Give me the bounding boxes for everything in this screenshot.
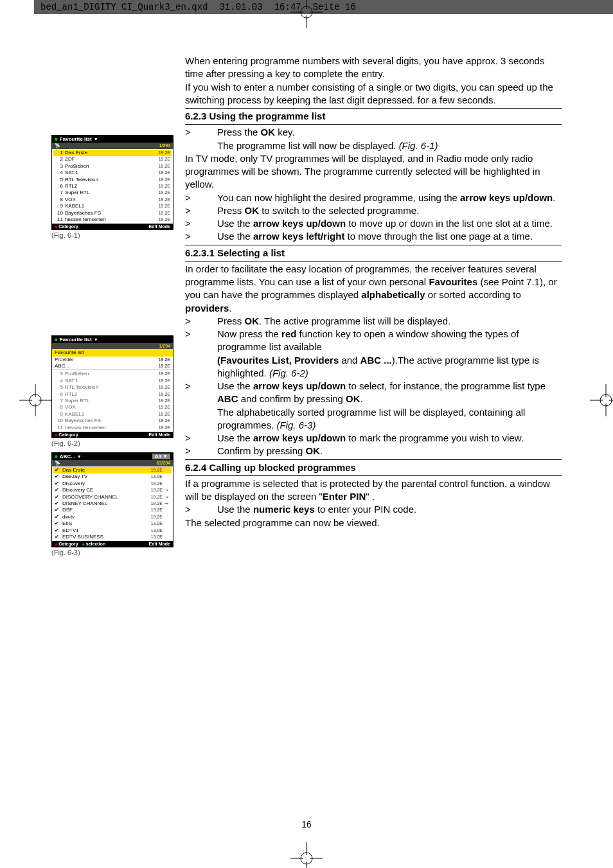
- section-6231-title: 6.2.3.1 Selecting a list: [185, 247, 562, 260]
- satellite-icon: 📡: [55, 143, 60, 148]
- right-column: When entering programme numbers with sev…: [180, 55, 562, 868]
- list-item: ✔Das Erste19.2E: [53, 467, 172, 474]
- list-item: ✔Discovery19.2E: [53, 481, 172, 487]
- fig62-footer-right: Edit Mode: [149, 432, 170, 437]
- fig62-header: ■ Favourite list ▼: [52, 336, 173, 343]
- fig61-subheader: 📡 1/294: [52, 143, 173, 149]
- list-item: 2ZDF19.2E: [53, 156, 172, 163]
- list-item: Favourite list: [52, 350, 173, 356]
- red-dot-icon: ●: [55, 432, 57, 437]
- body-text: The programme list will now be displayed…: [217, 139, 562, 152]
- gt-marker: >: [185, 432, 217, 445]
- list-item: 9KABEL119.2E: [53, 203, 172, 209]
- step-text: Use the arrow keys left/right to move th…: [217, 230, 562, 243]
- body-text: In TV mode, only TV programmes will be d…: [185, 152, 562, 191]
- list-item: 4SAT.119.2E: [53, 378, 172, 384]
- fig62-subheader: 1/294: [52, 343, 173, 349]
- step-text: Now press the red function key to open a…: [217, 328, 562, 380]
- body-text: In order to facilitate the easy location…: [185, 263, 562, 315]
- red-dot-icon: ●: [55, 542, 57, 546]
- fig63-header-right: All ▼: [152, 454, 170, 459]
- header-date: 31.01.03: [219, 2, 262, 12]
- list-item: 6RTL219.2E: [53, 183, 172, 190]
- divider: [185, 124, 562, 125]
- list-item: ✔EDTV BUSINESS13.0E: [53, 534, 172, 540]
- fig62-caption: (Fig. 6-2): [51, 439, 180, 447]
- list-item: ✔DSF19.2E: [53, 507, 172, 513]
- fig61-body: 1Das Erste19.2E2ZDF19.2E3ProSieben19.2E4…: [52, 149, 173, 224]
- step-row: > Press the OK key.: [185, 126, 562, 139]
- fig62-header-label: Favourite list: [60, 337, 92, 342]
- gt-marker: >: [185, 503, 217, 516]
- crop-mark-bottom: [290, 842, 323, 868]
- list-item: 7Super RTL19.2E: [53, 190, 172, 196]
- dropdown-triangle-icon: ▼: [77, 454, 82, 459]
- tv-dot-icon: ■: [55, 337, 58, 342]
- fig63-footer-mid: selection: [86, 542, 105, 546]
- list-item: ✔DISNEY CHANNEL19.2E⊸: [53, 500, 172, 507]
- gt-marker: >: [185, 217, 217, 230]
- gt-marker: >: [185, 204, 217, 217]
- green-dot-icon: ●: [82, 542, 85, 546]
- divider: [185, 108, 562, 109]
- step-row: > Use the arrow keys left/right to move …: [185, 230, 562, 243]
- step-row: > Press OK. The active programme list wi…: [185, 315, 562, 328]
- step-row: > Now press the red function key to open…: [185, 328, 562, 380]
- list-item: ✔DeeJay TV13.0E: [53, 474, 172, 480]
- fig-6-1-panel: ■ Favourite list ▼ 📡 1/294 1Das Erste19.…: [51, 135, 173, 230]
- step-text: Use the arrow keys up/down to move up or…: [217, 217, 562, 230]
- fig63-footer: ● Category ● selection Edit Mode: [52, 541, 173, 547]
- gt-marker: >: [185, 445, 217, 457]
- list-item: ABC...19.2E: [52, 363, 173, 369]
- list-item: 10Bayerisches FS19.2E: [53, 418, 172, 424]
- step-row: > You can now highlight the desired prog…: [185, 191, 562, 204]
- fig62-body: 3ProSieben19.2E4SAT.119.2E5RTL Televisio…: [52, 370, 173, 432]
- gt-marker: >: [185, 315, 217, 328]
- fig61-header: ■ Favourite list ▼: [52, 136, 173, 143]
- list-item: Provider19.2E: [52, 357, 173, 363]
- fig63-caption: (Fig. 6-3): [51, 549, 180, 556]
- list-item: 6RTL219.2E: [53, 391, 172, 398]
- step-text: Press OK. The active programme list will…: [217, 315, 562, 328]
- step-row: > Use the arrow keys up/down to move up …: [185, 217, 562, 230]
- header-filename: bed_an1_DIGITY CI_Quark3_en.qxd: [40, 2, 208, 12]
- satellite-icon: 📡: [55, 461, 60, 466]
- tv-dot-icon: ■: [55, 454, 58, 459]
- section-624-title: 6.2.4 Calling up blocked programmes: [185, 461, 562, 474]
- list-item: 9KABEL119.2E: [53, 411, 172, 418]
- fig61-header-label: Favourite list: [60, 136, 92, 142]
- list-item: ✔EbS13.0E: [53, 520, 172, 527]
- fig63-count: 63/294: [157, 461, 170, 466]
- list-item: 5RTL Television19.2E: [53, 177, 172, 183]
- step-row: > Use the arrow keys up/down to select, …: [185, 380, 562, 432]
- dropdown-triangle-icon: ▼: [94, 137, 98, 141]
- divider: [185, 261, 562, 261]
- divider: [185, 475, 562, 476]
- fig62-providers: Favourite listProvider19.2EABC...19.2E: [52, 349, 173, 370]
- list-item: 11hessen fernsehen19.2E: [53, 425, 172, 431]
- page-number: 16: [0, 819, 613, 829]
- gt-marker: >: [185, 191, 217, 204]
- list-item: 3ProSieben19.2E: [53, 371, 172, 377]
- fig62-count: 1/294: [159, 344, 170, 348]
- fig61-footer: ● Category Edit Mode: [52, 224, 173, 229]
- step-text: Use the arrow keys up/down to select, fo…: [217, 380, 562, 432]
- fig62-footer: ● Category Edit Mode: [52, 432, 173, 438]
- fig63-footer-left: Category: [58, 542, 78, 546]
- section-623-title: 6.2.3 Using the programme list: [185, 110, 562, 123]
- gt-marker: >: [185, 230, 217, 243]
- list-item: ✔EDTV113.0E: [53, 527, 172, 534]
- fig63-header: ■ ABC... ▼ All ▼: [52, 453, 173, 460]
- list-item: 5RTL Television19.2E: [53, 384, 172, 391]
- fig-6-2-panel: ■ Favourite list ▼ 1/294 Favourite listP…: [51, 335, 173, 438]
- left-column: ■ Favourite list ▼ 📡 1/294 1Das Erste19.…: [51, 55, 180, 868]
- list-item: 4SAT.119.2E: [53, 170, 172, 176]
- list-item: 7Super RTL19.2E: [53, 398, 172, 404]
- list-item: 11hessen fernsehen19.2E: [53, 217, 172, 223]
- step-text: Use the numeric keys to enter your PIN c…: [217, 503, 562, 516]
- body-row: The programme list will now be displayed…: [185, 139, 562, 152]
- file-header: bed_an1_DIGITY CI_Quark3_en.qxd 31.01.03…: [34, 0, 613, 14]
- step-text: Press OK to switch to the selected progr…: [217, 204, 562, 217]
- list-item: 1Das Erste19.2E: [53, 150, 172, 156]
- dropdown-triangle-icon: ▼: [94, 337, 98, 342]
